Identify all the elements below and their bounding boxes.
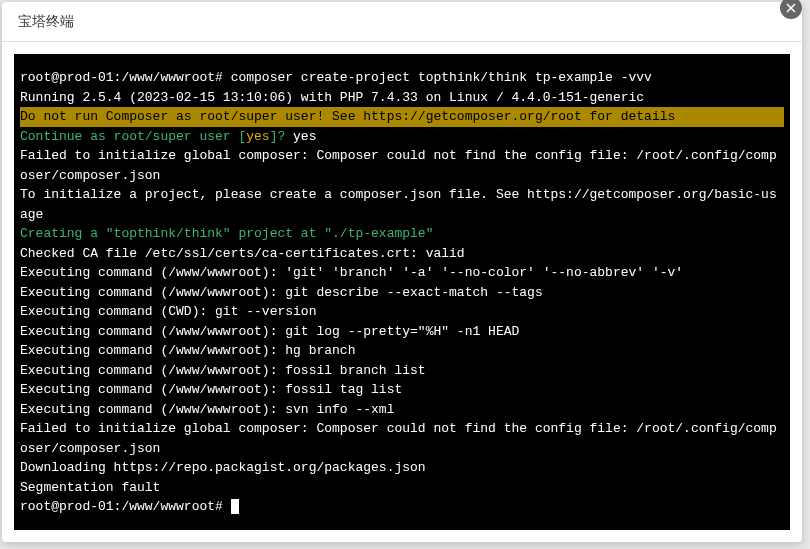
terminal-line: Executing command (/www/wwwroot): hg bra… (20, 341, 784, 361)
terminal-line: Failed to initialize global composer: Co… (20, 146, 784, 185)
terminal-window: 宝塔终端 root@prod-01:/www/wwwroot# composer… (2, 2, 802, 542)
terminal-line: Executing command (/www/wwwroot): fossil… (20, 361, 784, 381)
titlebar: 宝塔终端 (2, 2, 802, 42)
terminal-line: root@prod-01:/www/wwwroot# composer crea… (20, 68, 784, 88)
default-option: yes (246, 129, 269, 144)
terminal-line: root@prod-01:/www/wwwroot# (20, 497, 784, 517)
close-button[interactable] (780, 0, 802, 19)
terminal-line: Running 2.5.4 (2023-02-15 13:10:06) with… (20, 88, 784, 108)
cursor (231, 499, 239, 514)
terminal-line: Executing command (/www/wwwroot): svn in… (20, 400, 784, 420)
shell-prompt: root@prod-01:/www/wwwroot# (20, 70, 223, 85)
terminal-line: Checked CA file /etc/ssl/certs/ca-certif… (20, 244, 784, 264)
prompt-text: Continue as root/super user (20, 129, 238, 144)
terminal-line: Executing command (/www/wwwroot): fossil… (20, 380, 784, 400)
terminal-line: Executing command (CWD): git --version (20, 302, 784, 322)
user-input: yes (293, 129, 316, 144)
terminal-line: Segmentation fault (20, 478, 784, 498)
close-icon (786, 3, 796, 13)
terminal-line: Executing command (/www/wwwroot): git de… (20, 283, 784, 303)
terminal-line: Executing command (/www/wwwroot): 'git' … (20, 263, 784, 283)
terminal-line: Downloading https://repo.packagist.org/p… (20, 458, 784, 478)
bracket: ]? (270, 129, 293, 144)
status-line: Creating a "topthink/think" project at "… (20, 224, 784, 244)
terminal-line: Executing command (/www/wwwroot): git lo… (20, 322, 784, 342)
terminal-line: To initialize a project, please create a… (20, 185, 784, 224)
window-title: 宝塔终端 (18, 13, 74, 31)
command-text: composer create-project topthink/think t… (223, 70, 652, 85)
terminal-output[interactable]: root@prod-01:/www/wwwroot# composer crea… (14, 54, 790, 530)
terminal-line: Continue as root/super user [yes]? yes (20, 127, 784, 147)
warning-line: Do not run Composer as root/super user! … (20, 107, 784, 127)
shell-prompt: root@prod-01:/www/wwwroot# (20, 499, 231, 514)
terminal-line: Failed to initialize global composer: Co… (20, 419, 784, 458)
